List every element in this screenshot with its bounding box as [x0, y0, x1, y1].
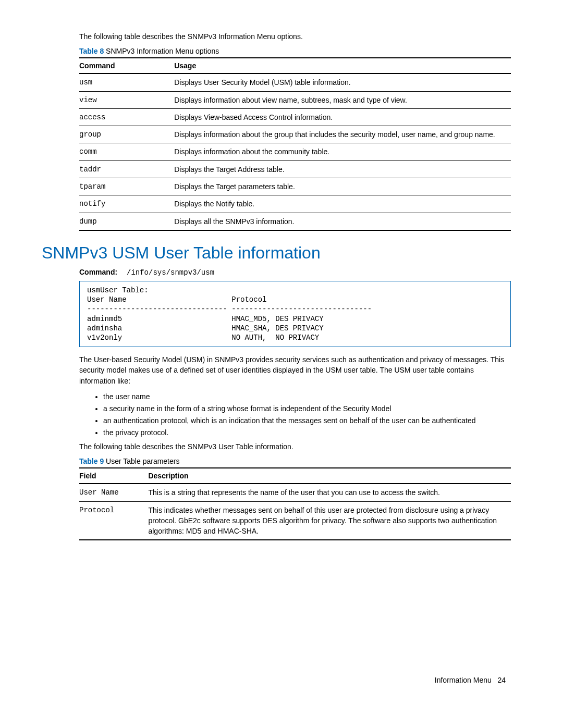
table8-label: Table 8 — [79, 47, 104, 55]
table8: Command Usage usmDisplays User Security … — [79, 57, 511, 231]
cmd-cell: taddr — [79, 161, 174, 178]
usage-cell: Displays View-based Access Control infor… — [174, 108, 511, 126]
command-path: /info/sys/snmpv3/usm — [127, 268, 214, 277]
cmd-cell: tparam — [79, 178, 174, 195]
table-row: commDisplays information about the commu… — [79, 143, 511, 161]
command-label: Command: — [79, 268, 117, 276]
table8-title: SNMPv3 Information Menu options — [106, 47, 219, 55]
table8-header-usage: Usage — [174, 58, 511, 73]
table-row: ProtocolThis indicates whether messages … — [79, 501, 511, 540]
table9-intro: The following table describes the SNMPv3… — [79, 441, 511, 452]
usage-cell: Displays the Target parameters table. — [174, 178, 511, 195]
cmd-cell: view — [79, 91, 174, 108]
list-item: the privacy protocol. — [103, 427, 511, 438]
table9: Field Description User NameThis is a str… — [79, 467, 511, 540]
usage-cell: Displays information about the group tha… — [174, 126, 511, 143]
table9-header-description: Description — [148, 468, 511, 484]
usage-cell: Displays information about view name, su… — [174, 91, 511, 108]
code-output: usmUser Table: User Name Protocol ------… — [79, 281, 511, 347]
table8-header-command: Command — [79, 58, 174, 73]
cmd-cell: access — [79, 108, 174, 126]
bullet-list: the user name a security name in the for… — [79, 391, 511, 438]
page: The following table describes the SNMPv3… — [0, 0, 563, 705]
cmd-cell: comm — [79, 143, 174, 161]
table9-header-field: Field — [79, 468, 148, 484]
usm-description: The User-based Security Model (USM) in S… — [79, 354, 511, 386]
footer-page-number: 24 — [497, 676, 506, 684]
desc-cell: This is a string that represents the nam… — [148, 484, 511, 501]
table-row: dumpDisplays all the SNMPv3 information. — [79, 213, 511, 230]
intro-paragraph: The following table describes the SNMPv3… — [79, 31, 511, 42]
list-item: a security name in the form of a string … — [103, 403, 511, 414]
table-row: usmDisplays User Security Model (USM) ta… — [79, 73, 511, 91]
table-row: notifyDisplays the Notify table. — [79, 195, 511, 213]
usage-cell: Displays the Target Address table. — [174, 161, 511, 178]
usage-cell: Displays User Security Model (USM) table… — [174, 73, 511, 91]
field-cell: User Name — [79, 484, 148, 501]
table-row: viewDisplays information about view name… — [79, 91, 511, 108]
footer-section: Information Menu — [435, 676, 492, 684]
page-footer: Information Menu 24 — [42, 676, 511, 684]
cmd-cell: group — [79, 126, 174, 143]
table-row: User NameThis is a string that represent… — [79, 484, 511, 501]
section-heading: SNMPv3 USM User Table information — [42, 243, 511, 263]
list-item: the user name — [103, 391, 511, 402]
command-line: Command: /info/sys/snmpv3/usm — [79, 268, 511, 277]
table9-label: Table 9 — [79, 457, 104, 465]
section-body: Command: /info/sys/snmpv3/usm usmUser Ta… — [79, 268, 511, 541]
cmd-cell: dump — [79, 213, 174, 230]
table9-title: User Table parameters — [106, 457, 179, 465]
cmd-cell: usm — [79, 73, 174, 91]
table-row: taddrDisplays the Target Address table. — [79, 161, 511, 178]
desc-cell: This indicates whether messages sent on … — [148, 501, 511, 540]
usage-cell: Displays information about the community… — [174, 143, 511, 161]
table-row: tparamDisplays the Target parameters tab… — [79, 178, 511, 195]
list-item: an authentication protocol, which is an … — [103, 415, 511, 426]
table8-caption: Table 8 SNMPv3 Information Menu options — [79, 47, 511, 55]
cmd-cell: notify — [79, 195, 174, 213]
usage-cell: Displays all the SNMPv3 information. — [174, 213, 511, 230]
content-area: The following table describes the SNMPv3… — [79, 31, 511, 231]
field-cell: Protocol — [79, 501, 148, 540]
table-row: accessDisplays View-based Access Control… — [79, 108, 511, 126]
table-row: groupDisplays information about the grou… — [79, 126, 511, 143]
usage-cell: Displays the Notify table. — [174, 195, 511, 213]
table9-caption: Table 9 User Table parameters — [79, 457, 511, 465]
